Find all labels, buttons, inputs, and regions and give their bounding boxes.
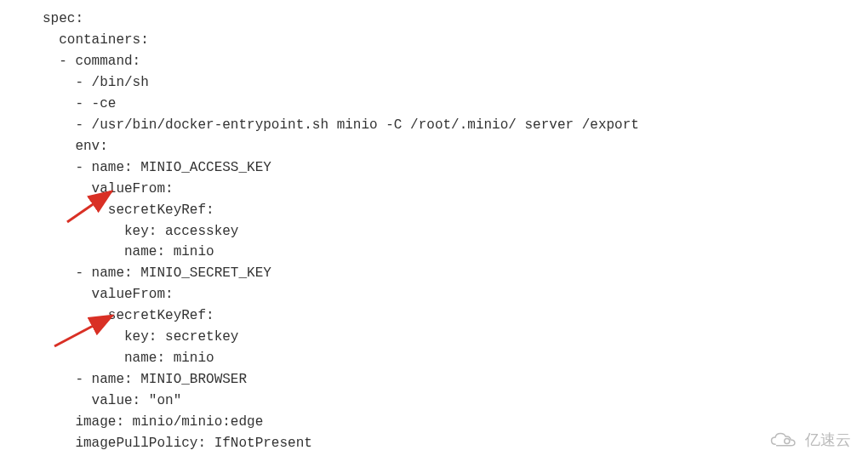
code-line: - name: MINIO_ACCESS_KEY bbox=[43, 157, 868, 179]
code-line: spec: bbox=[43, 9, 868, 30]
code-line: valueFrom: bbox=[43, 179, 868, 200]
code-line: - -ce bbox=[43, 94, 868, 115]
code-line: valueFrom: bbox=[43, 284, 868, 305]
code-line: image: minio/minio:edge bbox=[43, 412, 868, 433]
code-line: env: bbox=[43, 136, 868, 157]
code-line: secretKeyRef: bbox=[43, 200, 868, 221]
code-line: - /usr/bin/docker-entrypoint.sh minio -C… bbox=[43, 115, 868, 136]
watermark-text: 亿速云 bbox=[805, 428, 851, 452]
code-line: secretKeyRef: bbox=[43, 305, 868, 327]
svg-point-4 bbox=[785, 438, 790, 443]
code-line: key: secretkey bbox=[43, 327, 868, 348]
code-line: - name: MINIO_SECRET_KEY bbox=[43, 263, 868, 284]
code-line: value: "on" bbox=[43, 390, 868, 412]
code-line: key: accesskey bbox=[43, 221, 868, 242]
code-line: - /bin/sh bbox=[43, 72, 868, 94]
code-line: name: minio bbox=[43, 242, 868, 263]
code-line: name: minio bbox=[43, 348, 868, 369]
code-line: - command: bbox=[43, 51, 868, 72]
code-line: containers: bbox=[43, 30, 868, 51]
code-line: - name: MINIO_BROWSER bbox=[43, 369, 868, 390]
code-line: imagePullPolicy: IfNotPresent bbox=[43, 433, 868, 454]
code-block: spec: containers: - command: - /bin/sh -… bbox=[43, 9, 868, 454]
watermark: 亿速云 bbox=[768, 428, 851, 452]
cloud-icon bbox=[768, 431, 800, 448]
